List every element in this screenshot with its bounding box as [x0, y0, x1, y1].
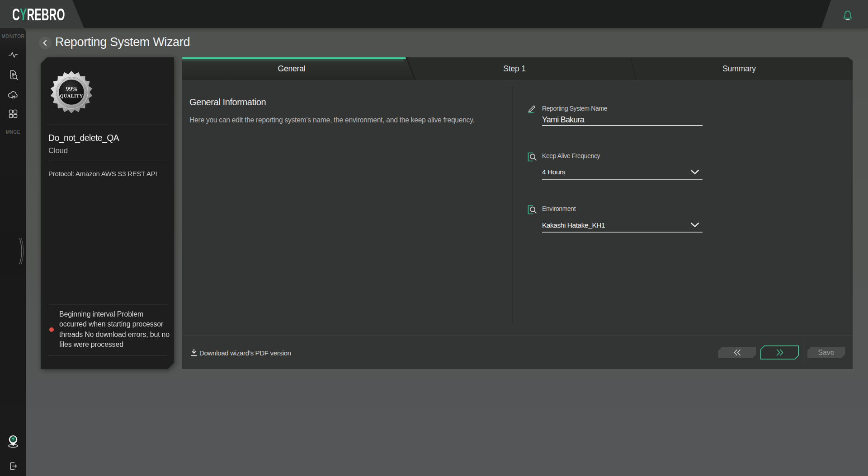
svg-text:QUALITY: QUALITY [60, 93, 83, 98]
svg-text:99%: 99% [66, 86, 77, 93]
